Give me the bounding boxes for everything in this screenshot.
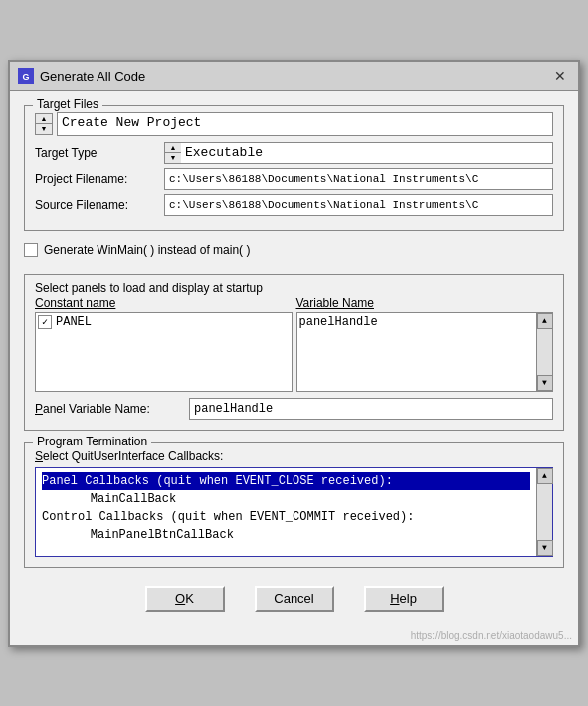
variable-col-header: Variable Name <box>296 296 554 310</box>
quit-callbacks-list[interactable]: Panel Callbacks (quit when EVENT_CLOSE r… <box>35 467 553 557</box>
cancel-button[interactable]: Cancel <box>255 586 334 612</box>
type-spinner-box[interactable]: ▲ ▼ Executable <box>164 142 553 164</box>
help-button[interactable]: Help <box>364 586 444 612</box>
watermark-area: https://blog.csdn.net/xiaotaodawu5... <box>10 629 578 645</box>
generate-all-code-dialog: G Generate All Code ✕ Target Files ▲ ▼ C… <box>8 60 580 647</box>
scroll-up-arrow[interactable]: ▲ <box>537 313 553 329</box>
variable-scrollbar[interactable]: ▲ ▼ <box>536 313 552 391</box>
project-select-row: ▲ ▼ Create New Project <box>35 112 553 136</box>
panel-variable-0: panelHandle <box>299 315 378 329</box>
cancel-label: Cancel <box>274 591 313 606</box>
watermark-text: https://blog.csdn.net/xiaotaodawu5... <box>411 630 572 641</box>
dialog-body: Target Files ▲ ▼ Create New Project Targ… <box>10 91 578 629</box>
generate-winmain-label: Generate WinMain( ) instead of main( ) <box>44 243 250 257</box>
panel-variable-row: Panel Variable Name: <box>35 398 553 420</box>
svg-text:G: G <box>22 72 29 82</box>
project-filename-input[interactable] <box>164 168 553 190</box>
panel-checkbox-0[interactable]: ✓ <box>38 315 52 329</box>
project-filename-label: Project Filename: <box>35 172 164 186</box>
quit-scroll-track <box>537 484 552 540</box>
close-button[interactable]: ✕ <box>550 66 570 86</box>
project-select-display[interactable]: Create New Project <box>57 112 553 136</box>
program-termination-group: Program Termination Select QuitUserInter… <box>24 442 564 568</box>
project-spinner[interactable]: ▲ ▼ <box>35 113 53 135</box>
spinner-down[interactable]: ▼ <box>36 124 52 134</box>
target-files-label: Target Files <box>33 97 102 111</box>
program-termination-label: Program Termination <box>33 435 151 448</box>
type-spinner-arrows: ▲ ▼ <box>165 143 181 163</box>
callback-item-1[interactable]: MainCallBack <box>42 490 530 508</box>
panels-table: Constant name ✓ PANEL Variable Name <box>35 296 553 392</box>
quit-label-text: Select QuitUserInterface Callbacks: <box>35 449 223 463</box>
spinner-up[interactable]: ▲ <box>36 114 52 124</box>
variable-item-0: panelHandle <box>299 315 535 329</box>
quit-label: Select QuitUserInterface Callbacks: <box>35 449 553 463</box>
type-spinner-up[interactable]: ▲ <box>165 143 181 153</box>
buttons-row: OK Cancel Help <box>24 576 564 619</box>
constant-col: Constant name ✓ PANEL <box>35 296 293 392</box>
target-files-group: Target Files ▲ ▼ Create New Project Targ… <box>24 105 564 231</box>
type-spinner-down[interactable]: ▼ <box>165 153 181 163</box>
ok-label: OK <box>175 591 194 606</box>
callback-item-2[interactable]: Control Callbacks (quit when EVENT_COMMI… <box>42 508 530 526</box>
source-filename-row: Source Filename: <box>35 194 553 216</box>
target-type-select[interactable]: ▲ ▼ Executable <box>164 142 553 164</box>
panel-name-0: PANEL <box>56 315 92 329</box>
variable-list-inner: panelHandle <box>297 313 537 391</box>
quit-list-inner: Panel Callbacks (quit when EVENT_CLOSE r… <box>36 468 536 556</box>
title-bar: G Generate All Code ✕ <box>10 62 578 91</box>
callback-item-3[interactable]: MainPanelBtnCallBack <box>42 526 530 544</box>
target-type-label: Target Type <box>35 146 164 160</box>
source-filename-label: Source Filename: <box>35 198 164 212</box>
panel-variable-label: Panel Variable Name: <box>35 402 189 416</box>
variable-list[interactable]: panelHandle ▲ ▼ <box>296 312 554 392</box>
panels-group: Select panels to load and display at sta… <box>24 274 564 431</box>
constant-col-header: Constant name <box>35 296 293 310</box>
constant-list[interactable]: ✓ PANEL <box>35 312 293 392</box>
generate-winmain-row: Generate WinMain( ) instead of main( ) <box>24 243 564 257</box>
generate-winmain-checkbox[interactable] <box>24 243 38 257</box>
title-bar-left: G Generate All Code <box>18 68 145 84</box>
dialog-title: Generate All Code <box>40 69 145 84</box>
panel-variable-input[interactable] <box>189 398 553 420</box>
panel-item-0[interactable]: ✓ PANEL <box>38 315 290 329</box>
ok-button[interactable]: OK <box>145 586 225 612</box>
help-label: Help <box>390 591 417 606</box>
target-type-row: Target Type ▲ ▼ Executable <box>35 142 553 164</box>
project-filename-row: Project Filename: <box>35 168 553 190</box>
quit-scroll-up[interactable]: ▲ <box>537 468 553 484</box>
constant-list-inner: ✓ PANEL <box>36 313 292 391</box>
source-filename-input[interactable] <box>164 194 553 216</box>
quit-scrollbar[interactable]: ▲ ▼ <box>536 468 552 556</box>
scroll-track <box>537 329 552 375</box>
panels-section-label: Select panels to load and display at sta… <box>35 281 263 295</box>
callback-item-0[interactable]: Panel Callbacks (quit when EVENT_CLOSE r… <box>42 472 530 490</box>
scroll-down-arrow[interactable]: ▼ <box>537 375 553 391</box>
quit-scroll-down[interactable]: ▼ <box>537 540 553 556</box>
variable-col: Variable Name panelHandle ▲ ▼ <box>296 296 554 392</box>
app-icon: G <box>18 68 34 84</box>
target-type-value: Executable <box>181 143 552 162</box>
